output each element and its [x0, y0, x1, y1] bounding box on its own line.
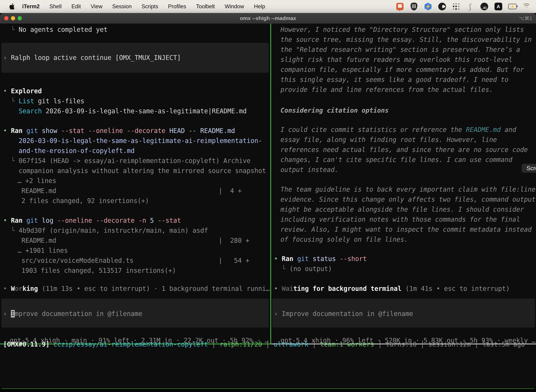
- terminal-line: output instead.: [281, 166, 339, 174]
- assistant-a-icon[interactable]: A: [494, 2, 502, 11]
- battery-charging-icon[interactable]: ⚡: [508, 2, 517, 11]
- hook-icon[interactable]: ʃ: [466, 2, 474, 11]
- terminal-line: • Ran git show --stat --oneline --decora…: [3, 127, 235, 135]
- menu-bar: iTerm2ShellEditViewSessionScriptsProfile…: [0, 0, 536, 13]
- iterm-window: omx --xhigh --madmax ⌥⌘1 └ No agents com…: [0, 13, 536, 389]
- menu-item-iterm2[interactable]: iTerm2: [22, 3, 40, 10]
- blue-badge-icon[interactable]: ⚡: [424, 2, 432, 11]
- terminal-line: the source tree, missing the essay. Stil…: [281, 36, 531, 44]
- menu-items: iTerm2ShellEditViewSessionScriptsProfile…: [22, 3, 265, 10]
- tmux-status-bar: [omx-cczip0:bash* "MacBook-Pro-44.local"…: [0, 388, 536, 389]
- terminal-line: … +2 lines: [18, 177, 56, 185]
- terminal-line: 2026-03-09-is-legal-the-same-as-legitima…: [19, 137, 262, 145]
- screen-share-overlay-label: Scre: [526, 165, 536, 172]
- terminal-line: slight risk that future readers may over…: [281, 56, 512, 64]
- terminal-line: └ 4b9d30f (origin/main, instructkr/main,…: [11, 227, 208, 235]
- menu-item-view[interactable]: View: [91, 3, 103, 10]
- terminal-line: 1903 files changed, 513517 insertions(+): [21, 267, 176, 275]
- dark-pie-icon[interactable]: [438, 2, 446, 11]
- terminal-line: Considering citation options: [281, 107, 389, 115]
- apple-logo-icon[interactable]: [9, 2, 15, 11]
- terminal-line: of focusing solely on file lines.: [281, 236, 408, 244]
- terminal-line: However, I noticed the "Directory Struct…: [281, 26, 524, 34]
- screen-share-overlay[interactable]: Scre: [522, 164, 536, 173]
- terminal-line: gpt-5.4 xhigh · main · 91% left · 2.31M …: [10, 336, 268, 344]
- terminal-line: I could cite commit statistics or refere…: [281, 126, 516, 134]
- terminal-line: └ 067f154 (HEAD -> essay/ai-reimplementa…: [11, 157, 250, 165]
- terminal-line: this single essay, it seems like a good …: [281, 76, 509, 84]
- menu-item-scripts[interactable]: Scripts: [142, 3, 158, 10]
- menu-item-profiles[interactable]: Profiles: [168, 3, 186, 10]
- terminal-line: might be acceptable alongside the file l…: [281, 205, 524, 214]
- dots-grid-icon[interactable]: [452, 2, 460, 11]
- terminal-line: › Improve documentation in @filename: [3, 310, 142, 318]
- inactive-pane-border: [271, 344, 536, 344]
- terminal-line: └ No agents completed yet: [11, 26, 107, 34]
- terminal-line: • Waiting for background terminal (1m 41…: [274, 285, 510, 293]
- terminal-line: • Explored: [3, 87, 42, 95]
- terminal-line: README.md | 280 +: [21, 237, 249, 245]
- terminal-line: › Ralph loop active continue [OMX_TMUX_I…: [3, 54, 181, 62]
- chat-app-icon[interactable]: [396, 2, 404, 11]
- window-title-bar[interactable]: omx --xhigh --madmax ⌥⌘1: [0, 13, 536, 23]
- window-title: omx --xhigh --madmax: [0, 15, 536, 21]
- menu-item-window[interactable]: Window: [225, 3, 244, 10]
- terminal-line: └ (no output): [282, 265, 332, 273]
- terminal-line: • Ran git status --short: [274, 255, 367, 263]
- terminal-line: 2 files changed, 92 insertions(+): [21, 197, 149, 205]
- terminal-area: └ No agents completed yet› Ralph loop ac…: [0, 23, 536, 378]
- shield-grid-icon[interactable]: [410, 2, 418, 11]
- terminal-line: gpt-5.4 xhigh · 96% left · 520K in · 5.8…: [281, 336, 536, 344]
- menu-status-icons: ⚡ ʃ ..61 A ⚡: [396, 2, 531, 11]
- terminal-line: Search 2026-03-09-is-legal-the-same-as-l…: [19, 107, 247, 115]
- terminal-line: the "Related research writing" section i…: [281, 46, 520, 54]
- terminal-line: references need actual files, and since …: [281, 146, 528, 154]
- menu-item-toolbelt[interactable]: Toolbelt: [196, 3, 215, 10]
- window-shortcut-badge: ⌥⌘1: [519, 13, 532, 23]
- terminal-line: • Working (11m 13s • esc to interrupt) ·…: [3, 285, 270, 293]
- terminal-line: … +1901 lines: [18, 247, 68, 255]
- terminal-line: companion analysis without altering the …: [19, 167, 266, 175]
- terminal-line: companion file, especially if more comme…: [281, 66, 524, 74]
- terminal-line: including verification notes with those …: [281, 215, 520, 224]
- terminal-line: review. Also, I might want to inspect th…: [281, 225, 531, 233]
- terminal-line: changes, I can't cite specific file line…: [281, 156, 512, 164]
- menu-item-session[interactable]: Session: [112, 3, 132, 10]
- active-pane-border: [0, 344, 271, 344]
- pane-divider[interactable]: [270, 23, 271, 344]
- terminal-line: essay file, along with finding root file…: [281, 136, 497, 144]
- terminal-line: README.md | 4 +: [21, 187, 242, 195]
- terminal-line: provide file and line references from th…: [281, 86, 493, 94]
- terminal-line: src/voice/voiceModeEnabled.ts | 54 +: [21, 257, 249, 265]
- menu-item-shell[interactable]: Shell: [49, 3, 62, 10]
- left-terminal-pane[interactable]: └ No agents completed yet› Ralph loop ac…: [0, 23, 270, 344]
- wifi-icon[interactable]: [522, 2, 531, 11]
- terminal-line: evidence. Since this change only affects…: [281, 196, 536, 204]
- terminal-line: • Ran git log --oneline --decorate -n 5 …: [3, 217, 181, 225]
- menu-item-help[interactable]: Help: [254, 3, 265, 10]
- terminal-line: └ List git ls-files: [11, 97, 84, 105]
- terminal-line: › Improve documentation in @filename: [274, 310, 413, 318]
- menu-item-edit[interactable]: Edit: [72, 3, 81, 10]
- terminal-line: and-the-erosion-of-copyleft.md: [19, 147, 134, 155]
- right-terminal-pane[interactable]: However, I noticed the "Directory Struct…: [272, 23, 536, 344]
- terminal-line: The team guideline is to back every impo…: [281, 186, 536, 194]
- battery-percent-circle-icon[interactable]: ..61: [480, 2, 488, 11]
